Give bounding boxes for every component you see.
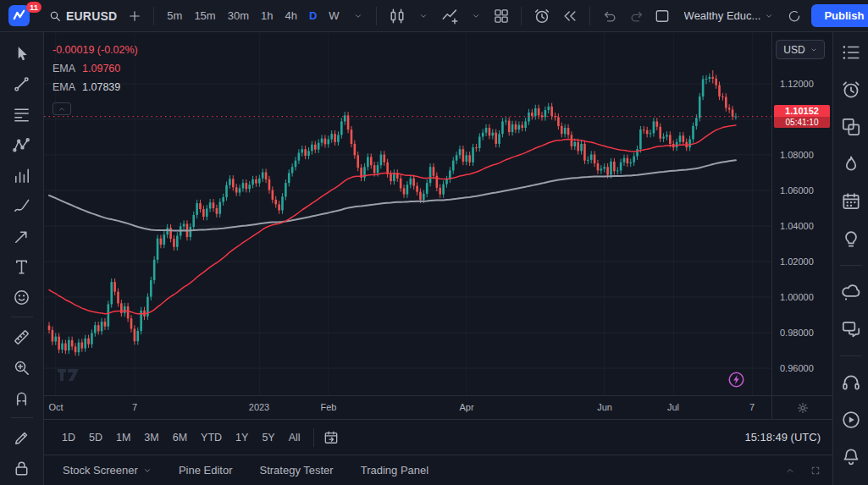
price-axis-label: 1.00000 [780,292,814,302]
interval-D[interactable]: D [303,4,323,28]
range-All[interactable]: All [283,428,307,447]
legend-collapse-button[interactable] [53,102,71,115]
axis-corner [771,396,832,419]
time-axis[interactable]: Oct72023FebAprJunJul7 [44,395,832,419]
sidebar-item-alerts[interactable] [837,74,865,106]
chart-type-button[interactable] [384,4,411,28]
server-clock[interactable]: 15:18:49 (UTC) [744,431,821,444]
chart-type-dropdown-button[interactable] [412,4,434,28]
indicator-legend-ema-fast[interactable]: EMA 1.09760 [53,61,138,75]
toolbar-divider [11,417,33,418]
streams-icon [840,409,862,431]
interval-4h[interactable]: 4h [279,4,302,28]
time-axis-label: Oct [48,402,63,412]
boost-icon[interactable] [727,370,746,389]
currency-toggle-button[interactable]: USD [776,40,825,59]
watchlist-icon [840,41,862,63]
time-axis-label: Jul [667,402,679,412]
sidebar-item-chat[interactable] [837,313,865,345]
publish-button[interactable]: Publish [811,4,868,27]
zoom-icon [12,358,31,378]
forecast-icon [12,166,31,185]
alerts-icon [840,79,862,101]
chart-legend: -0.00019 (-0.02%) EMA 1.09760 EMA 1.0783… [53,42,138,115]
undo-icon [601,8,618,25]
tool-zoom[interactable] [7,353,37,382]
tab-pine-editor[interactable]: Pine Editor [179,464,233,477]
range-5Y[interactable]: 5Y [256,428,280,447]
interval-15m[interactable]: 15m [188,4,221,28]
alarm-clock-icon [533,7,551,25]
toolbar-separator [521,7,522,25]
tool-trend-line[interactable] [7,69,37,98]
minds-icon [840,281,862,303]
tool-forecast[interactable] [7,161,37,190]
interval-W[interactable]: W [323,4,345,28]
tool-cursor[interactable] [7,39,37,68]
expand-icon [810,466,821,476]
layout-name-dropdown[interactable]: Wealthy Educ... [680,4,778,28]
candlestick-chart[interactable] [44,32,771,395]
sidebar-item-news[interactable] [837,111,865,143]
indicators-button[interactable] [436,4,463,28]
interval-dropdown-button[interactable] [347,4,369,28]
tab-stock-screener[interactable]: Stock Screener [63,464,152,477]
sidebar-item-ideas[interactable] [837,223,865,255]
main-menu-button[interactable]: 11 [8,4,36,28]
range-6M[interactable]: 6M [167,428,193,447]
tab-strategy-tester[interactable]: Strategy Tester [259,464,333,477]
chart-settings-button[interactable] [796,401,810,415]
range-1D[interactable]: 1D [56,428,81,447]
range-5D[interactable]: 5D [83,428,108,447]
interval-5m[interactable]: 5m [161,4,188,28]
indicator-templates-button[interactable] [465,4,487,28]
tool-pencil[interactable] [7,423,37,452]
tool-text[interactable] [7,252,37,281]
range-1M[interactable]: 1M [110,428,136,447]
tool-fib-retracement[interactable] [7,100,37,129]
tool-xabcd-pattern[interactable] [7,130,37,159]
tool-lock[interactable] [7,454,37,482]
tab-trading-panel[interactable]: Trading Panel [361,464,428,477]
add-symbol-button[interactable] [123,4,147,28]
sidebar-item-notifications[interactable] [837,441,865,473]
interval-30m[interactable]: 30m [222,4,255,28]
layout-panel-button[interactable] [650,4,675,28]
sidebar-item-minds[interactable] [837,276,865,308]
redo-button[interactable] [624,4,650,28]
undo-button[interactable] [597,4,622,28]
create-alert-button[interactable] [528,4,556,28]
cloud-save-button[interactable] [782,4,806,28]
range-3M[interactable]: 3M [138,428,164,447]
workspace: -0.00019 (-0.02%) EMA 1.09760 EMA 1.0783… [0,32,868,485]
panel-collapse-button[interactable] [785,466,795,476]
tradingview-watermark [56,366,85,387]
chevron-down-icon [472,12,480,20]
range-1Y[interactable]: 1Y [229,428,254,447]
price-axis[interactable]: USD 1.120001.100001.080001.060001.040001… [771,32,832,395]
range-YTD[interactable]: YTD [195,428,228,447]
bar-replay-button[interactable] [557,4,583,28]
indicator-legend-ema-slow[interactable]: EMA 1.07839 [53,80,138,94]
interval-1h[interactable]: 1h [255,4,279,28]
sidebar-item-hotlists[interactable] [837,148,865,180]
panel-maximize-button[interactable] [810,466,821,476]
sidebar-item-watchlist[interactable] [837,36,865,69]
multichart-layout-button[interactable] [489,4,514,28]
price-axis-label: 0.98000 [780,328,814,338]
symbol-search-button[interactable]: EURUSD [44,4,121,28]
sidebar-item-support[interactable] [837,367,865,399]
price-axis-label: 1.06000 [780,185,814,196]
brush-icon [12,196,31,216]
tool-magnet[interactable] [7,383,37,412]
goto-date-button[interactable] [321,427,341,448]
sidebar-item-streams[interactable] [837,404,865,436]
tool-emoji[interactable] [7,283,37,311]
cloud-save-icon [787,8,802,24]
time-axis-label: Feb [321,402,337,412]
toolbar-separator [589,7,590,25]
tool-brush[interactable] [7,191,37,220]
sidebar-item-calendar[interactable] [837,185,865,218]
tool-ruler[interactable] [7,322,37,351]
tool-arrow-marker[interactable] [7,222,37,251]
